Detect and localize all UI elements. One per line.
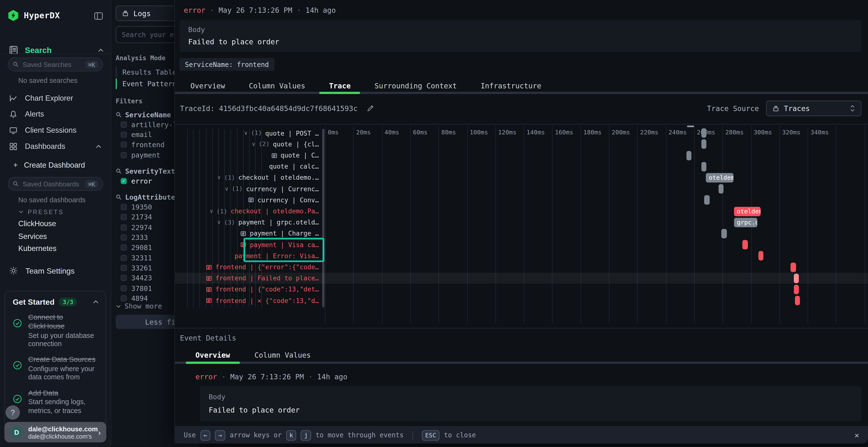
span-duration-bar[interactable] [794,285,799,294]
sidebar-item-search[interactable]: Search [9,45,104,55]
span-row-label[interactable]: currency | Conv… [175,195,321,206]
tab-overview[interactable]: Overview [187,82,229,90]
checkbox[interactable] [121,152,127,158]
span-row-label[interactable]: payment | Charge … [175,228,321,239]
chevron-down-icon [116,303,121,309]
span-duration-bar[interactable]: grpc.o [734,218,757,227]
span-duration-bar[interactable] [702,139,707,149]
preset-item-services[interactable]: Services [18,232,57,240]
checkbox[interactable] [121,245,127,251]
span-row-label[interactable]: ∨(3)payment | grpc.oteld… [175,217,321,228]
hyperdx-app: HyperDX Search Saved Searches ⌘K No save… [0,0,868,447]
span-row-label[interactable]: ∨(2)quote | {cl… [175,139,321,150]
tab-infrastructure[interactable]: Infrastructure [477,82,545,90]
chevron-down-icon[interactable]: ∨ [217,220,221,225]
brand-logo[interactable]: HyperDX [8,10,60,21]
checkbox[interactable] [121,295,127,301]
preset-item-kubernetes[interactable]: Kubernetes [18,244,57,253]
create-dashboard-button[interactable]: + Create Dashboard [13,161,85,169]
checkbox-checked[interactable]: ✓ [121,178,127,184]
checkbox[interactable] [121,265,127,271]
span-duration-bar[interactable] [702,128,707,138]
checkbox[interactable] [121,122,127,128]
chevron-down-icon[interactable]: ∨ [252,142,255,147]
brand-name: HyperDX [24,10,60,21]
chevron-up-icon[interactable] [97,47,104,54]
sidebar-item-team-settings[interactable]: Team Settings [9,266,75,275]
preset-item-clickhouse[interactable]: ClickHouse [18,219,57,228]
chevron-down-icon[interactable]: ∨ [210,209,213,214]
span-duration-bar[interactable] [742,240,748,249]
arrow-left-key[interactable]: ← [200,430,211,441]
saved-searches-input[interactable]: Saved Searches ⌘K [8,58,103,71]
span-duration-bar[interactable] [718,184,723,194]
esc-key[interactable]: ESC [422,430,439,441]
presets-toggle[interactable]: PRESETS [18,209,64,215]
event-relative-time: 14h ago [317,373,347,381]
user-menu[interactable]: D dale@clickhouse.com dale@clickhouse.co… [4,422,106,442]
saved-dashboards-input[interactable]: Saved Dashboards ⌘K [8,177,103,191]
chevron-up-icon[interactable] [92,299,99,305]
trace-source-select[interactable]: Traces [766,101,862,116]
help-button[interactable]: ? [5,405,20,420]
timeline-gridline [637,126,638,323]
checkbox[interactable] [121,235,127,241]
footer-use-text: Use [184,431,196,439]
chevron-down-icon[interactable]: ∨ [244,130,248,136]
span-row-label[interactable]: quote | calc… [175,161,321,172]
gear-icon [9,266,18,275]
span-row-label[interactable]: ∨(1)checkout | oteldemo.… [175,172,321,183]
scrollbar-thumb[interactable] [687,126,694,127]
span-row-label[interactable]: ∨(1)checkout | oteldemo.Pa… [175,206,321,217]
checkbox[interactable] [121,214,127,220]
chevron-up-icon[interactable] [95,143,102,149]
span-row-label[interactable]: quote | C… [175,150,321,161]
checkbox[interactable] [121,255,127,261]
checkbox[interactable] [121,132,127,138]
checkbox[interactable] [121,142,127,148]
checkbox[interactable] [121,285,127,291]
chevron-down-icon[interactable]: ∨ [225,186,228,192]
tab-column-values[interactable]: Column Values [245,82,309,90]
service-name-tag[interactable]: ServiceName: frontend [179,58,274,71]
span-row-label[interactable]: frontend | Failed to place… [175,273,321,284]
span-row-label[interactable]: ∨(1)quote | POST … [175,128,321,138]
sidebar-item-chart-explorer[interactable]: Chart Explorer [0,90,111,106]
checkbox[interactable] [121,275,127,281]
span-row-label[interactable]: frontend | × {"code":13,"d… [175,295,321,306]
tab-surrounding-context[interactable]: Surrounding Context [371,82,461,90]
sidebar-item-client-sessions[interactable]: Client Sessions [0,122,111,138]
span-duration-bar[interactable] [702,162,707,171]
span-duration-bar[interactable]: oteldemo [734,207,761,216]
filter-value-label: 29081 [131,243,152,252]
span-duration-bar[interactable] [704,195,709,205]
span-row-label[interactable]: frontend | {"code":13,"det… [175,284,321,295]
span-duration-bar[interactable] [790,263,796,272]
edit-pencil-icon[interactable] [367,105,374,112]
event-details-tab-overview[interactable]: Overview [191,351,234,359]
span-row-label[interactable]: frontend | {"error":{"code… [175,262,321,273]
tab-trace[interactable]: Trace [325,82,355,90]
sidebar-collapse-icon[interactable] [94,11,103,21]
span-duration-bar[interactable]: oteldemo [706,173,734,182]
event-details-tab-column-values[interactable]: Column Values [250,351,315,359]
checkbox[interactable] [121,224,127,230]
checkbox[interactable] [121,204,127,210]
sidebar-item-dashboards[interactable]: Dashboards [0,138,111,154]
span-duration-bar[interactable] [721,229,727,238]
span-row-label[interactable]: ∨(1)currency | Currenc… [175,183,321,194]
j-key[interactable]: j [301,430,311,441]
analysis-mode-option-results-table[interactable]: Results Table [116,66,181,78]
span-duration-bar[interactable] [686,151,691,160]
span-duration-bar[interactable] [794,274,799,283]
chevron-down-icon[interactable]: ∨ [217,175,221,181]
sidebar-item-alerts[interactable]: Alerts [0,106,111,122]
keyboard-hints-footer: Use ← → arrow keys or k j to move throug… [175,426,868,443]
close-icon[interactable]: ✕ [855,431,859,440]
arrow-right-key[interactable]: → [215,430,225,441]
show-more-button[interactable]: Show more [116,302,162,310]
k-key[interactable]: k [286,430,297,441]
span-duration-bar[interactable] [758,251,763,261]
span-duration-bar[interactable] [795,296,800,305]
analysis-mode-option-event-patterns[interactable]: Event Patterns [116,78,181,90]
